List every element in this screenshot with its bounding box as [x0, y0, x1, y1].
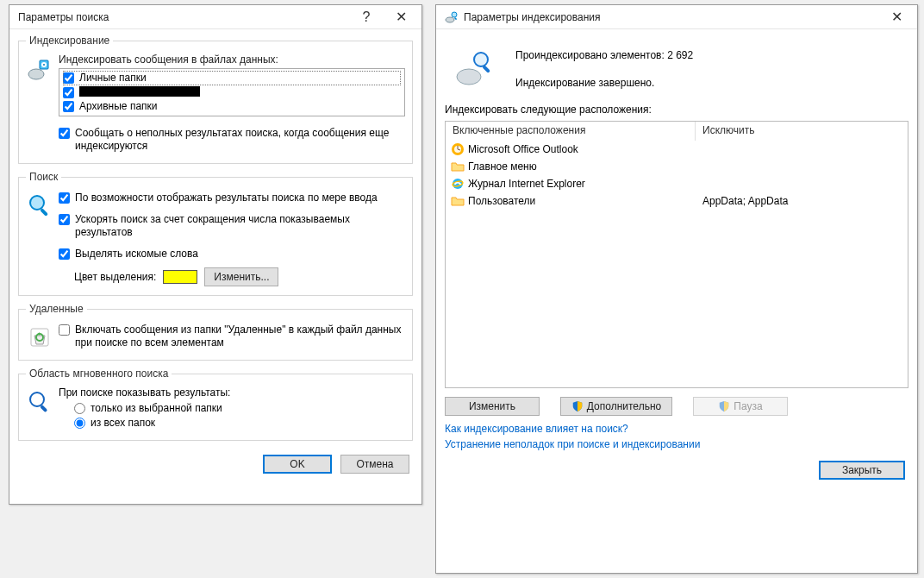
redacted-label — [79, 86, 200, 97]
indexing-complete: Индексирование завершено. — [515, 74, 693, 91]
checkbox[interactable] — [59, 128, 70, 139]
checkbox[interactable] — [59, 214, 70, 225]
data-file-item[interactable]: Архивные папки — [63, 99, 401, 114]
indexing-icon — [445, 10, 459, 24]
label: Ускорять поиск за счет сокращения числа … — [75, 213, 405, 239]
svg-rect-14 — [482, 65, 490, 73]
scope-legend: Область мгновенного поиска — [26, 368, 172, 380]
scope-option-current-folder[interactable]: только из выбранной папки — [74, 402, 405, 415]
incomplete-results-checkbox[interactable]: Сообщать о неполных результатах поиска, … — [59, 127, 405, 153]
recycle-bin-icon — [26, 322, 59, 351]
svg-point-9 — [446, 17, 454, 22]
svg-point-4 — [30, 196, 44, 210]
ok-button[interactable]: OK — [263, 455, 332, 474]
speed-up-search-checkbox[interactable]: Ускорять поиск за счет сокращения числа … — [59, 213, 405, 239]
label: Выделять искомые слова — [75, 248, 198, 261]
highlight-terms-checkbox[interactable]: Выделять искомые слова — [59, 248, 405, 261]
label: из всех папок — [91, 417, 155, 430]
radio[interactable] — [74, 418, 85, 429]
titlebar: Параметры индексирования ✕ — [436, 5, 917, 29]
link-troubleshoot-search-indexing[interactable]: Устранение неполадок при поиске и индекс… — [445, 438, 908, 450]
include-deleted-checkbox[interactable]: Включать сообщения из папки "Удаленные" … — [59, 324, 405, 349]
deleted-group: Удаленные Включать сообщения из папки "У… — [18, 303, 413, 361]
data-file-label: Архивные папки — [79, 100, 158, 113]
location-name: Пользователи — [468, 195, 535, 207]
outlook-icon — [451, 142, 465, 156]
shield-icon — [718, 400, 730, 412]
svg-point-13 — [474, 53, 488, 66]
scope-option-all-folders[interactable]: из всех папок — [74, 417, 405, 430]
label: Включать сообщения из папки "Удаленные" … — [75, 324, 405, 349]
search-legend: Поиск — [26, 171, 61, 183]
folder-icon — [451, 194, 465, 208]
svg-point-7 — [30, 393, 44, 406]
data-file-label: Личные папки — [79, 72, 147, 85]
dialog-title: Параметры индексирования — [464, 11, 879, 23]
column-included[interactable]: Включенные расположения — [446, 122, 696, 141]
locations-list: Включенные расположения Исключить Micros… — [445, 121, 908, 388]
locations-label: Индексировать следующие расположения: — [445, 104, 908, 116]
change-color-button[interactable]: Изменить... — [204, 267, 278, 286]
indexing-group: Индексирование Индексировать сообщения в… — [18, 35, 413, 164]
scope-intro: При поиске показывать результаты: — [59, 386, 405, 399]
indexed-count: Проиндексировано элементов: 2 692 — [515, 47, 693, 64]
close-icon[interactable]: ✕ — [879, 7, 914, 28]
column-exclude[interactable]: Исключить — [696, 122, 908, 141]
svg-point-10 — [452, 12, 457, 17]
titlebar: Параметры поиска ? ✕ — [9, 5, 421, 29]
data-file-item[interactable]: Личные папки — [63, 71, 401, 85]
svg-point-12 — [457, 69, 481, 85]
ie-icon — [451, 177, 465, 191]
highlight-color-label: Цвет выделения: — [74, 271, 156, 283]
help-button[interactable]: ? — [349, 7, 384, 28]
advanced-button-label: Дополнительно — [587, 400, 661, 412]
close-button[interactable]: Закрыть — [819, 461, 905, 480]
data-file-item[interactable] — [63, 85, 401, 99]
pause-button: Пауза — [693, 397, 788, 416]
dialog-title: Параметры поиска — [18, 11, 349, 23]
svg-point-17 — [453, 179, 463, 189]
radio[interactable] — [74, 403, 85, 414]
indexing-options-dialog: Параметры индексирования ✕ Проиндексиров… — [435, 4, 918, 574]
location-row[interactable]: Пользователи AppData; AppData — [446, 192, 908, 210]
link-how-indexing-affects-search[interactable]: Как индексирование влияет на поиск? — [445, 423, 908, 435]
label: По возможности отображать результаты пои… — [75, 192, 378, 204]
close-icon[interactable]: ✕ — [384, 7, 418, 28]
location-row[interactable]: Главное меню — [446, 158, 908, 175]
checkbox[interactable] — [59, 192, 70, 204]
checkbox[interactable] — [59, 248, 70, 260]
location-name: Microsoft Office Outlook — [468, 143, 578, 155]
svg-point-3 — [43, 64, 45, 66]
pause-button-label: Пауза — [734, 400, 762, 412]
checkbox[interactable] — [59, 324, 70, 336]
location-exclude: AppData; AppData — [696, 195, 908, 207]
folder-icon — [451, 160, 465, 173]
location-name: Главное меню — [468, 160, 537, 173]
data-file-checkbox[interactable] — [63, 101, 74, 112]
modify-button[interactable]: Изменить — [445, 397, 540, 416]
location-row[interactable]: Журнал Internet Explorer — [446, 175, 908, 192]
cancel-button[interactable]: Отмена — [340, 455, 409, 474]
data-file-checkbox[interactable] — [63, 72, 74, 84]
shield-icon — [571, 400, 584, 412]
display-as-you-type-checkbox[interactable]: По возможности отображать результаты пои… — [59, 192, 405, 204]
scope-group: Область мгновенного поиска При поиске по… — [18, 368, 413, 441]
data-files-listbox[interactable]: Личные папки Архивные папки — [59, 68, 405, 116]
search-icon — [26, 190, 59, 219]
svg-rect-5 — [40, 208, 48, 217]
label: только из выбранной папки — [91, 402, 222, 415]
magnifier-icon — [26, 386, 59, 416]
incomplete-results-label: Сообщать о неполных результатах поиска, … — [75, 127, 405, 153]
search-options-dialog: Параметры поиска ? ✕ Индексирование Инде… — [9, 4, 422, 505]
search-group: Поиск По возможности отображать результа… — [18, 171, 413, 296]
deleted-legend: Удаленные — [26, 303, 87, 315]
location-row[interactable]: Microsoft Office Outlook — [446, 141, 908, 158]
data-file-checkbox[interactable] — [63, 87, 74, 98]
highlight-color-swatch — [163, 270, 197, 284]
location-name: Журнал Internet Explorer — [468, 178, 585, 190]
svg-point-0 — [28, 69, 44, 79]
indexing-large-icon — [453, 47, 498, 91]
advanced-button[interactable]: Дополнительно — [560, 397, 672, 416]
indexing-icon — [26, 53, 59, 83]
indexing-legend: Индексирование — [26, 35, 113, 47]
